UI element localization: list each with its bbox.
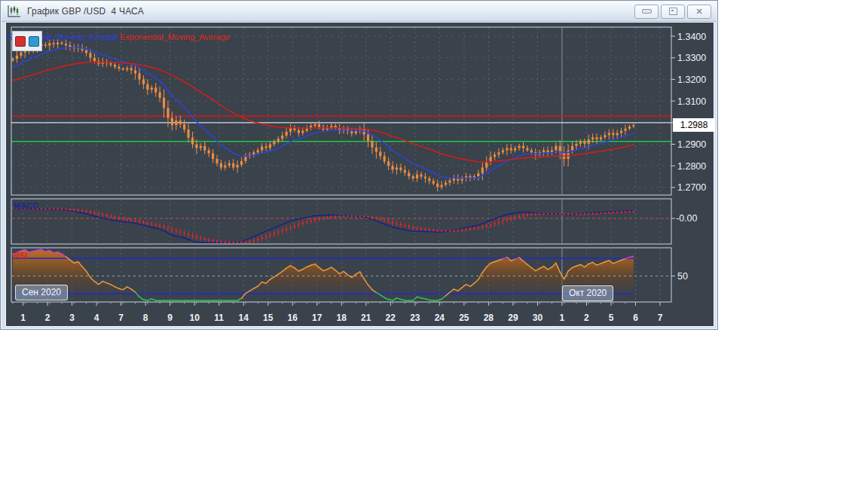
svg-text:25: 25 xyxy=(459,313,469,323)
window-title: График GBP /USD 4 ЧАСА xyxy=(27,6,144,17)
svg-text:-0.00: -0.00 xyxy=(676,213,698,224)
svg-text:1.2900: 1.2900 xyxy=(677,139,706,150)
svg-text:6: 6 xyxy=(633,313,638,323)
legend-slow-ma-label: Exponential_Moving_Average xyxy=(120,32,230,41)
month-badge-september: Сен 2020 xyxy=(15,285,68,300)
svg-text:15: 15 xyxy=(263,313,274,323)
svg-text:4: 4 xyxy=(94,313,99,323)
svg-text:30: 30 xyxy=(533,313,543,323)
minimize-button[interactable] xyxy=(634,5,659,19)
chart-canvas[interactable]: 1.34001.33001.32001.31001.30001.29001.28… xyxy=(6,23,714,326)
restore-icon xyxy=(669,8,677,15)
macd-pane-label: MACD xyxy=(14,201,38,210)
svg-text:23: 23 xyxy=(410,313,420,323)
svg-text:8: 8 xyxy=(143,313,148,323)
titlebar[interactable]: График GBP /USD 4 ЧАСА ✕ xyxy=(2,2,717,22)
svg-text:1: 1 xyxy=(20,313,26,323)
svg-text:10: 10 xyxy=(189,313,200,323)
svg-text:17: 17 xyxy=(312,313,322,323)
close-button[interactable]: ✕ xyxy=(687,5,711,19)
svg-text:14: 14 xyxy=(239,313,249,323)
svg-text:9: 9 xyxy=(167,313,173,323)
svg-text:29: 29 xyxy=(508,313,518,323)
svg-text:18: 18 xyxy=(337,313,347,323)
svg-text:50: 50 xyxy=(677,271,688,282)
desktop: График GBP /USD 4 ЧАСА ✕ 1.34001.33001.3… xyxy=(0,0,868,488)
chart-client-area: 1.34001.33001.32001.31001.30001.29001.28… xyxy=(5,22,714,327)
svg-text:7: 7 xyxy=(658,313,663,323)
svg-text:1.3200: 1.3200 xyxy=(677,75,706,85)
blue-indicator-chip[interactable] xyxy=(29,36,39,47)
svg-text:16: 16 xyxy=(288,313,298,323)
svg-text:28: 28 xyxy=(484,313,494,323)
current-price-box: 1.2988 xyxy=(673,118,715,132)
svg-text:1: 1 xyxy=(560,313,565,323)
indicator-chip-toolbar xyxy=(12,31,42,51)
chart-window: График GBP /USD 4 ЧАСА ✕ 1.34001.33001.3… xyxy=(0,0,718,330)
svg-text:2: 2 xyxy=(584,313,589,323)
svg-text:1.3300: 1.3300 xyxy=(677,53,706,63)
month-badge-october: Окт 2020 xyxy=(562,285,613,301)
svg-text:3: 3 xyxy=(69,313,75,323)
svg-text:1.2700: 1.2700 xyxy=(677,182,706,193)
close-icon: ✕ xyxy=(695,8,702,16)
restore-button[interactable] xyxy=(661,5,685,19)
svg-text:24: 24 xyxy=(435,313,445,323)
svg-text:11: 11 xyxy=(214,313,224,323)
svg-text:1.3400: 1.3400 xyxy=(677,32,706,42)
red-indicator-chip[interactable] xyxy=(15,36,26,47)
svg-text:22: 22 xyxy=(386,313,396,323)
svg-text:1.2800: 1.2800 xyxy=(677,161,706,172)
svg-text:5: 5 xyxy=(609,313,614,323)
svg-text:1.3100: 1.3100 xyxy=(677,96,706,107)
chart-app-icon xyxy=(7,5,22,18)
svg-text:7: 7 xyxy=(118,313,124,323)
svg-text:2: 2 xyxy=(45,313,50,323)
minimize-icon xyxy=(642,9,652,14)
window-controls: ✕ xyxy=(634,5,713,19)
rsi-pane-label: RSI xyxy=(14,251,27,260)
svg-text:21: 21 xyxy=(361,313,371,323)
